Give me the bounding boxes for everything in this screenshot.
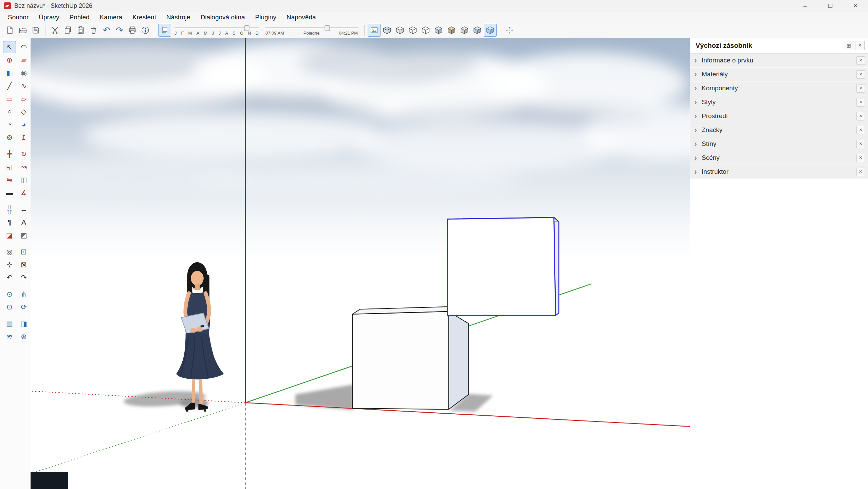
section-fill-tool[interactable]: ◩	[17, 229, 30, 241]
freehand-tool[interactable]: ∿	[17, 80, 30, 92]
cut-button[interactable]	[49, 24, 61, 37]
tray-section-close-icon[interactable]: ×	[856, 98, 865, 107]
look-around-tool[interactable]: ʘ	[3, 301, 16, 313]
section-plane-tool[interactable]: ◪	[3, 229, 16, 241]
tray-section-close-icon[interactable]: ×	[856, 154, 865, 162]
erase-button[interactable]	[87, 24, 100, 37]
zoom-window-tool[interactable]: ⊡	[17, 246, 30, 258]
paint-bucket-tool[interactable]: ◧	[3, 67, 16, 79]
menu-kamera[interactable]: Kamera	[95, 12, 128, 23]
menu-upravy[interactable]: Úpravy	[34, 12, 64, 23]
style-xray-button[interactable]	[381, 24, 393, 37]
match-photo-button[interactable]	[368, 24, 381, 37]
model-canvas[interactable]	[31, 38, 690, 489]
flip-tool[interactable]: ⇋	[3, 174, 16, 186]
tray-section-components[interactable]: › Komponenty ×	[690, 81, 868, 95]
chevron-right-icon[interactable]: ›	[694, 140, 697, 148]
make-component-tool[interactable]: ⊕	[3, 54, 16, 66]
menu-dialogova-okna[interactable]: Dialogová okna	[196, 12, 250, 23]
menu-soubor[interactable]: Soubor	[3, 12, 34, 23]
print-button[interactable]	[126, 24, 139, 37]
push-pull-tool[interactable]: ↥	[17, 131, 30, 144]
zoom-extents-tool[interactable]: ⊠	[17, 259, 30, 271]
lasso-tool[interactable]: ◠	[17, 41, 30, 53]
tray-section-close-icon[interactable]: ×	[856, 56, 865, 65]
copy-button[interactable]	[61, 24, 74, 37]
chevron-right-icon[interactable]: ›	[694, 112, 697, 120]
paste-button[interactable]	[74, 24, 87, 37]
style-shaded-button[interactable]	[432, 24, 445, 37]
style-mode-9-button[interactable]	[484, 24, 497, 37]
tray-section-close-icon[interactable]: ×	[856, 112, 865, 120]
pan-tool[interactable]: ⊹	[3, 259, 16, 271]
scale-tool[interactable]: ◱	[3, 161, 16, 173]
walk-tool[interactable]: ⋔	[17, 288, 30, 300]
tray-section-styles[interactable]: › Styly ×	[690, 95, 868, 109]
close-button[interactable]: ×	[843, 0, 868, 12]
viewport-3d[interactable]	[31, 38, 690, 489]
material-sampler-tool[interactable]: ◉	[17, 67, 30, 79]
time-slider-handle[interactable]	[325, 25, 330, 31]
move-tool[interactable]: ╋	[3, 148, 16, 160]
menu-napoveda[interactable]: Nápověda	[281, 12, 321, 23]
chevron-right-icon[interactable]: ›	[694, 126, 697, 134]
position-camera-tool[interactable]: ⊙	[3, 288, 16, 300]
3d-text-tool[interactable]: A	[17, 216, 30, 228]
redo-button[interactable]: ↷	[113, 24, 126, 37]
tray-section-close-icon[interactable]: ×	[856, 84, 865, 93]
match-photo-view-tool[interactable]: ▦	[3, 318, 16, 330]
maximize-button[interactable]: □	[818, 0, 843, 12]
chevron-right-icon[interactable]: ›	[694, 84, 697, 92]
next-view-tool[interactable]: ↷	[17, 271, 30, 284]
offset-tool[interactable]: ⊚	[3, 131, 16, 144]
style-shaded-textures-button[interactable]	[445, 24, 458, 37]
select-tool[interactable]: ↖	[3, 41, 16, 53]
tray-dock-icon[interactable]: ⊞	[844, 41, 853, 50]
menu-pluginy[interactable]: Pluginy	[250, 12, 281, 23]
protractor-tool[interactable]: ∡	[17, 187, 30, 199]
solid-tools-tool[interactable]: ⊛	[17, 331, 30, 343]
snap-toggle-button[interactable]	[503, 24, 516, 37]
shadow-time-slider[interactable]: 07:09 AM Poledne 04:21 PM	[265, 25, 358, 36]
pie-tool[interactable]: ◕	[17, 118, 30, 131]
polygon-tool[interactable]: ◇	[17, 106, 30, 118]
new-file-button[interactable]	[3, 24, 16, 37]
tray-section-materials[interactable]: › Materiály ×	[690, 68, 868, 81]
style-hidden-line-button[interactable]	[419, 24, 432, 37]
menu-kresleni[interactable]: Kreslení	[127, 12, 161, 23]
orbit-tool[interactable]: ⟳	[17, 301, 30, 313]
style-mode-8-button[interactable]	[471, 24, 484, 37]
tape-measure-tool[interactable]: ▬	[3, 187, 16, 199]
rectangle-tool[interactable]: ▭	[3, 93, 16, 105]
shadows-tool[interactable]: ◨	[17, 318, 30, 330]
chevron-right-icon[interactable]: ›	[694, 154, 697, 162]
tray-section-scenes[interactable]: › Scény ×	[690, 151, 868, 165]
chevron-right-icon[interactable]: ›	[694, 168, 697, 176]
tray-section-close-icon[interactable]: ×	[856, 140, 865, 148]
previous-view-tool[interactable]: ↶	[3, 271, 16, 284]
tray-section-close-icon[interactable]: ×	[856, 70, 865, 79]
undo-button[interactable]: ↶	[100, 24, 113, 37]
axes-tool[interactable]: ╬	[3, 203, 16, 215]
shadow-date-slider[interactable]: JFMAMJJASOND	[174, 25, 259, 36]
dimension-tool[interactable]: ↔	[17, 203, 30, 215]
chevron-right-icon[interactable]: ›	[694, 98, 697, 106]
save-button[interactable]	[29, 24, 42, 37]
zoom-tool[interactable]: ◎	[3, 246, 16, 258]
tray-close-icon[interactable]: ×	[855, 41, 865, 50]
tray-section-close-icon[interactable]: ×	[856, 168, 865, 176]
chevron-right-icon[interactable]: ›	[694, 70, 697, 78]
tray-section-environments[interactable]: › Prostředí ×	[690, 109, 868, 123]
model-info-button[interactable]	[139, 24, 152, 37]
rotate-tool[interactable]: ↻	[17, 148, 30, 160]
tray-section-tags[interactable]: › Značky ×	[690, 123, 868, 137]
line-tool[interactable]: ╱	[3, 80, 16, 92]
menu-pohled[interactable]: Pohled	[64, 12, 94, 23]
menu-nastroje[interactable]: Nástroje	[161, 12, 196, 23]
date-slider-handle[interactable]	[244, 25, 250, 31]
style-wireframe-button[interactable]	[406, 24, 419, 37]
tray-section-shadows[interactable]: › Stíny ×	[690, 137, 868, 151]
soften-edges-tool[interactable]: ≋	[3, 331, 16, 343]
toggle-shadows-button[interactable]	[158, 24, 171, 37]
follow-me-tool[interactable]: ↝	[17, 161, 30, 173]
